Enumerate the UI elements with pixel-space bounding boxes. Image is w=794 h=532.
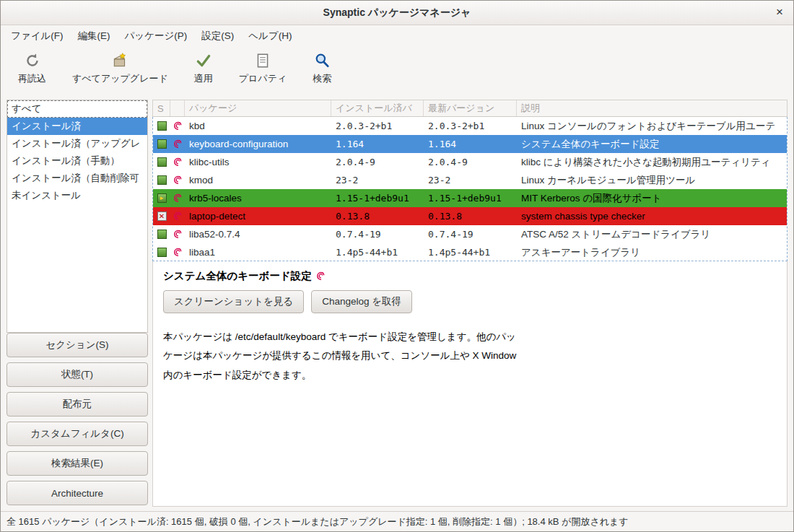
debian-swirl-icon	[170, 248, 185, 257]
table-row-marked-removal[interactable]: laptop-detect 0.13.8 0.13.8 system chass…	[153, 207, 787, 225]
toolbar-label: すべてアップグレード	[72, 72, 168, 85]
package-description: システム全体のキーボード設定	[517, 138, 787, 151]
header-supported[interactable]	[170, 100, 185, 116]
package-description: Linux コンソールのフォントおよびキーテーブル用ユーテ	[517, 120, 787, 133]
sections-button[interactable]: セクション(S)	[6, 333, 148, 357]
latest-version: 1.15-1+deb9u1	[424, 193, 517, 204]
table-row[interactable]: libaa1 1.4p5-44+b1 1.4p5-44+b1 アスキーアートライ…	[153, 243, 787, 261]
status-installed-icon	[157, 121, 167, 131]
menu-file[interactable]: ファイル(F)	[4, 25, 71, 47]
debian-swirl-icon	[170, 212, 185, 221]
filter-installed[interactable]: インストール済	[7, 118, 147, 135]
installed-version: 0.13.8	[331, 211, 424, 222]
package-name: libaa1	[185, 247, 331, 258]
toolbar-label: 検索	[313, 72, 331, 85]
table-header: S パッケージ インストール済バ 最新バージョン 説明	[152, 100, 788, 117]
package-name: liba52-0.7.4	[185, 229, 331, 240]
menu-package[interactable]: パッケージ(P)	[118, 25, 195, 47]
status-installed-icon	[157, 157, 167, 167]
statusbar-text: 全 1615 パッケージ（インストール済: 1615 個, 破損 0 個, イン…	[6, 515, 629, 528]
filter-installed-upgradable[interactable]: インストール済（アップグレ	[7, 135, 147, 152]
reload-icon	[24, 51, 41, 70]
toolbar: 再読込 すべてアップグレード 適用	[1, 47, 793, 96]
window-title: Synaptic パッケージマネージャ	[323, 6, 471, 19]
toolbar-label: プロパティ	[239, 72, 287, 85]
latest-version: 2.0.3-2+b1	[424, 121, 517, 131]
debian-swirl-icon	[170, 193, 185, 203]
header-status[interactable]: S	[153, 100, 170, 116]
status-upgrade-icon	[157, 193, 167, 203]
latest-version: 1.4p5-44+b1	[424, 247, 517, 258]
filter-all[interactable]: すべて	[7, 100, 147, 118]
view-screenshot-button[interactable]: スクリーンショットを見る	[163, 290, 304, 313]
package-name: klibc-utils	[185, 157, 331, 167]
details-title: システム全体のキーボード設定	[163, 269, 312, 283]
menubar: ファイル(F) 編集(E) パッケージ(P) 設定(S) ヘルプ(H)	[1, 25, 793, 47]
package-pane: S パッケージ インストール済バ 最新バージョン 説明 kbd 2.0.3-2+…	[152, 100, 788, 507]
statusbar: 全 1615 パッケージ（インストール済: 1615 個, 破損 0 個, イン…	[1, 511, 793, 531]
package-description: klibc により構築された小さな起動初期用ユーティリティ	[517, 156, 787, 169]
debian-swirl-icon	[316, 271, 326, 281]
package-description: Linux カーネルモジュール管理用ツール	[517, 174, 787, 187]
table-row-selected[interactable]: keyboard-configuration 1.164 1.164 システム全…	[153, 135, 787, 153]
latest-version: 0.13.8	[424, 211, 517, 222]
installed-version: 1.164	[331, 139, 424, 149]
header-description[interactable]: 説明	[517, 100, 787, 116]
properties-icon	[254, 51, 271, 70]
menu-settings[interactable]: 設定(S)	[194, 25, 241, 47]
titlebar[interactable]: Synaptic パッケージマネージャ ×	[1, 1, 793, 25]
package-name: kbd	[185, 121, 331, 131]
header-installed-version[interactable]: インストール済バ	[331, 100, 424, 116]
table-row[interactable]: liba52-0.7.4 0.7.4-19 0.7.4-19 ATSC A/52…	[153, 225, 787, 243]
filter-installed-autoremovable[interactable]: インストール済（自動削除可	[7, 170, 147, 187]
latest-version: 1.164	[424, 139, 517, 149]
debian-swirl-icon	[170, 157, 185, 167]
apply-icon	[195, 51, 212, 70]
search-button[interactable]: 検索	[300, 50, 344, 87]
status-installed-icon	[157, 139, 167, 149]
table-row[interactable]: kbd 2.0.3-2+b1 2.0.3-2+b1 Linux コンソールのフォ…	[153, 117, 787, 135]
latest-version: 0.7.4-19	[424, 229, 517, 240]
debian-swirl-icon	[170, 121, 185, 131]
installed-version: 0.7.4-19	[331, 229, 424, 240]
menu-help[interactable]: ヘルプ(H)	[241, 25, 299, 47]
package-name: laptop-detect	[185, 211, 331, 222]
header-package[interactable]: パッケージ	[185, 100, 331, 116]
table-row[interactable]: kmod 23-2 23-2 Linux カーネルモジュール管理用ツール	[153, 171, 787, 189]
package-description: MIT Kerberos の国際化サポート	[517, 192, 787, 205]
status-button[interactable]: 状態(T)	[6, 362, 148, 387]
package-long-description: 本パッケージは /etc/default/keyboard でキーボード設定を管…	[163, 328, 518, 385]
toolbar-label: 再読込	[18, 72, 46, 85]
package-name: krb5-locales	[185, 193, 331, 204]
debian-swirl-icon	[170, 139, 185, 149]
table-row-marked-upgrade[interactable]: krb5-locales 1.15-1+deb9u1 1.15-1+deb9u1…	[153, 189, 787, 207]
close-icon[interactable]: ×	[776, 5, 783, 19]
apply-button[interactable]: 適用	[181, 50, 226, 87]
properties-button[interactable]: プロパティ	[226, 50, 300, 87]
content-area: すべて インストール済 インストール済（アップグレ インストール済（手動） イン…	[1, 96, 793, 511]
status-remove-icon	[157, 212, 167, 221]
package-description: アスキーアートライブラリ	[517, 246, 787, 259]
filter-installed-manual[interactable]: インストール済（手動）	[7, 152, 147, 170]
toolbar-label: 適用	[194, 72, 213, 85]
get-changelog-button[interactable]: Changelog を取得	[311, 290, 412, 313]
upgrade-all-button[interactable]: すべてアップグレード	[59, 50, 181, 87]
package-list: kbd 2.0.3-2+b1 2.0.3-2+b1 Linux コンソールのフォ…	[152, 117, 788, 261]
filter-not-installed[interactable]: 未インストール	[7, 187, 147, 204]
installed-version: 1.15-1+deb9u1	[331, 193, 424, 204]
installed-version: 2.0.4-9	[331, 157, 424, 167]
table-row[interactable]: klibc-utils 2.0.4-9 2.0.4-9 klibc により構築さ…	[153, 153, 787, 171]
search-results-button[interactable]: 検索結果(E)	[6, 451, 148, 476]
latest-version: 2.0.4-9	[424, 157, 517, 167]
architecture-button[interactable]: Architecture	[6, 481, 148, 505]
header-latest-version[interactable]: 最新バージョン	[424, 100, 517, 116]
status-installed-icon	[157, 175, 167, 185]
sidebar-buttons: セクション(S) 状態(T) 配布元 カスタムフィルタ(C) 検索結果(E) A…	[6, 333, 148, 507]
reload-button[interactable]: 再読込	[5, 50, 59, 87]
package-name: keyboard-configuration	[185, 139, 331, 149]
package-description: ATSC A/52 ストリームデコードライブラリ	[517, 228, 787, 241]
custom-filters-button[interactable]: カスタムフィルタ(C)	[6, 422, 148, 446]
debian-swirl-icon	[170, 230, 185, 239]
menu-edit[interactable]: 編集(E)	[71, 25, 118, 47]
origin-button[interactable]: 配布元	[6, 392, 148, 417]
